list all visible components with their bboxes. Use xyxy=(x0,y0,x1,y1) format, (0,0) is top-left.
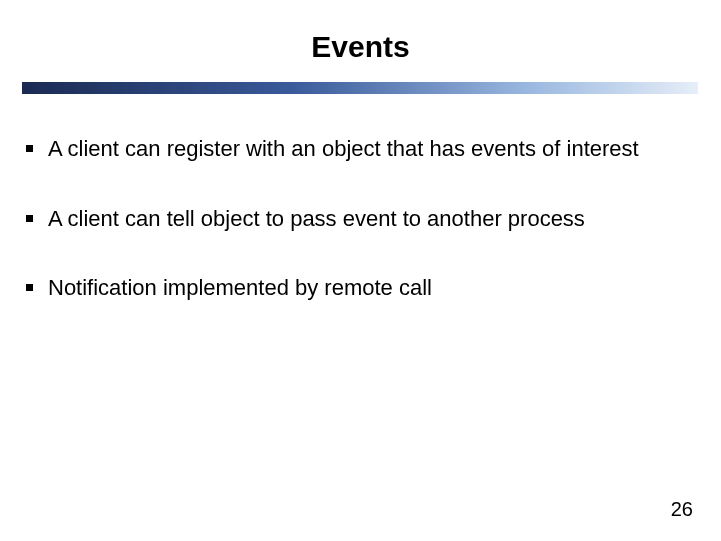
list-item: Notification implemented by remote call xyxy=(22,274,699,302)
slide-content: A client can register with an object tha… xyxy=(22,135,699,344)
list-item: A client can register with an object tha… xyxy=(22,135,699,163)
bullet-list: A client can register with an object tha… xyxy=(22,135,699,302)
slide: Events A client can register with an obj… xyxy=(0,0,721,541)
slide-title: Events xyxy=(0,30,721,64)
page-number: 26 xyxy=(671,498,693,521)
divider-bar xyxy=(22,82,698,94)
list-item: A client can tell object to pass event t… xyxy=(22,205,699,233)
